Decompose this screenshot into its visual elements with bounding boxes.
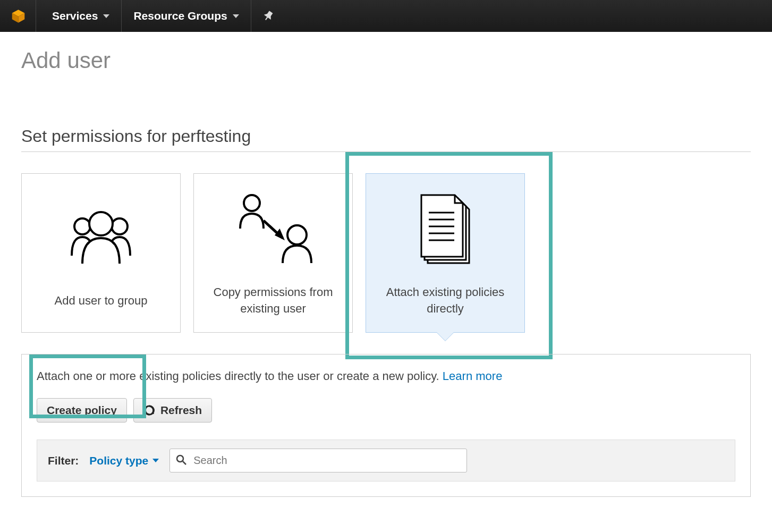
option-card-label: Attach existing policies directly: [366, 284, 524, 317]
svg-point-5: [89, 212, 113, 235]
search-icon: [176, 454, 186, 467]
svg-line-18: [183, 461, 186, 465]
option-card-copy-permissions[interactable]: Copy permissions from existing user: [193, 173, 353, 333]
option-card-label: Add user to group: [44, 293, 158, 309]
policy-helptext: Attach one or more existing policies dir…: [37, 369, 735, 383]
option-card-label: Copy permissions from existing user: [194, 284, 352, 317]
nav-services[interactable]: Services: [40, 0, 122, 32]
document-stack-icon: [411, 189, 480, 268]
search-wrap: [169, 449, 467, 472]
nav-resource-groups[interactable]: Resource Groups: [122, 0, 251, 32]
section-title: Set permissions for perftesting: [21, 126, 751, 152]
policy-section: Attach one or more existing policies dir…: [21, 354, 751, 497]
learn-more-link[interactable]: Learn more: [443, 369, 503, 383]
filter-type-dropdown[interactable]: Policy type: [89, 454, 159, 467]
copy-user-icon: [225, 189, 321, 268]
option-card-add-to-group[interactable]: Add user to group: [21, 173, 181, 333]
svg-point-7: [287, 225, 307, 244]
page-title: Add user: [21, 48, 751, 73]
option-cards-row: Add user to group Copy permissions from …: [21, 173, 751, 333]
button-row: Create policy Refresh: [37, 398, 735, 423]
caret-down-icon: [233, 14, 239, 18]
filter-bar: Filter: Policy type: [37, 440, 735, 482]
caret-down-icon: [152, 459, 159, 462]
svg-point-17: [177, 455, 183, 462]
refresh-button[interactable]: Refresh: [133, 398, 212, 423]
pin-icon: [263, 11, 274, 21]
create-policy-button[interactable]: Create policy: [37, 398, 127, 423]
group-icon: [58, 197, 143, 277]
nav-pin[interactable]: [251, 0, 285, 32]
refresh-icon: [143, 404, 155, 416]
filter-type-label: Policy type: [89, 454, 148, 467]
policy-helptext-text: Attach one or more existing policies dir…: [37, 369, 443, 383]
search-input[interactable]: [169, 449, 467, 472]
filter-label: Filter:: [48, 454, 79, 467]
top-nav: Services Resource Groups: [0, 0, 772, 32]
page-content: Add user Set permissions for perftesting…: [0, 32, 772, 513]
svg-point-6: [244, 195, 260, 211]
create-policy-label: Create policy: [47, 404, 117, 417]
svg-point-4: [112, 218, 128, 234]
svg-point-3: [74, 218, 90, 234]
nav-services-label: Services: [52, 10, 98, 22]
cube-icon: [11, 7, 26, 24]
option-card-attach-policies[interactable]: Attach existing policies directly: [366, 173, 525, 333]
refresh-label: Refresh: [160, 404, 202, 417]
nav-resource-groups-label: Resource Groups: [133, 10, 227, 22]
caret-down-icon: [103, 14, 109, 18]
aws-logo[interactable]: [11, 0, 36, 32]
